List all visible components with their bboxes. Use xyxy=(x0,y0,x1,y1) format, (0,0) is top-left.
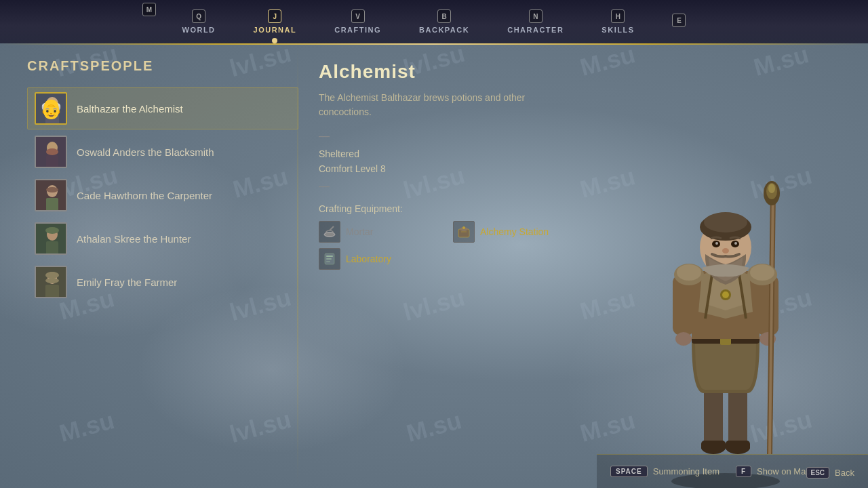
avatar-blacksmith-img xyxy=(36,137,67,168)
craftsperson-farmer-name: Emily Fray the Farmer xyxy=(77,277,177,288)
summoning-label: Summoning Item xyxy=(653,466,719,476)
world-label: WORLD xyxy=(182,26,216,34)
craftsperson-blacksmith[interactable]: Oswald Anders the Blacksmith xyxy=(27,131,298,173)
equipment-alchemy-station[interactable]: Alchemy Station xyxy=(453,221,576,243)
svg-rect-30 xyxy=(326,256,333,257)
nav-item-skills[interactable]: H H SKILLS xyxy=(583,0,653,43)
equipment-laboratory[interactable]: Laboratory xyxy=(319,248,442,270)
svg-rect-3 xyxy=(45,111,59,125)
show-map-label: Show on Map xyxy=(757,466,811,476)
world-key: Q xyxy=(192,9,205,23)
character-model xyxy=(583,45,868,488)
crafting-key: V xyxy=(351,9,365,23)
craftsperson-farmer[interactable]: Emily Fray the Farmer xyxy=(27,261,298,303)
nav-item-journal[interactable]: J J JOURNAL xyxy=(235,0,316,43)
svg-rect-31 xyxy=(326,258,332,260)
laboratory-name: Laboratory xyxy=(346,253,391,264)
nav-item-crafting[interactable]: V V CRAFTING xyxy=(315,0,400,43)
svg-rect-37 xyxy=(701,441,726,451)
nav-item-extra[interactable]: E xyxy=(653,0,705,43)
svg-point-49 xyxy=(760,332,776,346)
detail-description: The Alchemist Balthazar brews potions an… xyxy=(319,91,576,119)
svg-point-11 xyxy=(46,187,58,192)
svg-point-47 xyxy=(675,332,692,346)
equipment-mortar[interactable]: Mortar xyxy=(319,221,442,243)
m-key: M xyxy=(142,3,156,16)
svg-line-24 xyxy=(330,226,334,230)
equipment-grid: Mortar Alchemy Station xyxy=(319,221,576,270)
topbar-divider xyxy=(0,43,868,45)
svg-point-57 xyxy=(700,214,751,241)
journal-key: J xyxy=(268,9,281,23)
alchemy-station-name: Alchemy Station xyxy=(480,226,549,237)
divider-1: — xyxy=(319,130,848,142)
svg-rect-55 xyxy=(717,258,734,277)
avatar-alchemist xyxy=(35,92,67,125)
crafting-label: CRAFTING xyxy=(334,26,381,34)
svg-line-43 xyxy=(739,274,746,319)
svg-rect-40 xyxy=(692,336,760,344)
nav-item-world[interactable]: Q WORLD xyxy=(163,0,235,43)
nav-item-character[interactable]: N N CHARACTER xyxy=(488,0,583,43)
craftspeople-list: Balthazar the Alchemist Oswald Anders th… xyxy=(27,87,298,303)
divider-2: — xyxy=(319,180,848,192)
svg-point-60 xyxy=(731,241,739,247)
svg-point-38 xyxy=(726,441,750,454)
svg-rect-46 xyxy=(673,274,694,336)
svg-point-65 xyxy=(747,264,777,285)
left-panel: CRAFTSPEOPLE xyxy=(0,45,298,488)
svg-point-44 xyxy=(720,289,731,300)
mortar-name: Mortar xyxy=(346,226,373,237)
nav-item-backpack[interactable]: B B BACKPACK xyxy=(400,0,488,43)
craftsperson-hunter[interactable]: Athalan Skree the Hunter xyxy=(27,218,298,260)
svg-point-45 xyxy=(722,291,729,298)
svg-line-42 xyxy=(705,274,712,319)
esc-back-button[interactable]: ESC Back xyxy=(806,467,854,479)
craftsperson-alchemist[interactable]: Balthazar the Alchemist xyxy=(27,87,298,129)
esc-key: ESC xyxy=(806,467,830,479)
show-on-map-action[interactable]: F Show on Map xyxy=(736,466,811,477)
extra-key: E xyxy=(672,14,686,27)
skills-key: H xyxy=(611,9,625,23)
svg-point-67 xyxy=(750,264,774,281)
svg-point-66 xyxy=(677,264,701,281)
svg-point-36 xyxy=(701,441,726,454)
craftsperson-carpenter[interactable]: Cade Hawthorn the Carpenter xyxy=(27,174,298,216)
summoning-item-action[interactable]: SPACE Summoning Item xyxy=(610,466,719,477)
main-content: CRAFTSPEOPLE xyxy=(0,45,868,488)
craftsperson-hunter-name: Athalan Skree the Hunter xyxy=(77,233,191,245)
svg-rect-15 xyxy=(46,241,58,255)
space-key: SPACE xyxy=(610,466,648,477)
topbar: M Q WORLD J J JOURNAL V V CRAFTING B B B… xyxy=(0,0,868,43)
svg-point-64 xyxy=(674,264,704,285)
craftsperson-blacksmith-name: Oswald Anders the Blacksmith xyxy=(77,146,214,158)
skills-label: SKILLS xyxy=(601,26,634,34)
craftsperson-alchemist-name: Balthazar the Alchemist xyxy=(77,103,183,115)
svg-rect-32 xyxy=(326,261,330,262)
svg-point-59 xyxy=(712,241,720,247)
alchemy-station-icon xyxy=(453,221,475,243)
svg-rect-12 xyxy=(46,198,58,211)
mortar-icon xyxy=(319,221,340,243)
svg-rect-8 xyxy=(46,155,58,168)
character-key: N xyxy=(529,9,542,23)
avatar-farmer-img xyxy=(36,267,67,298)
journal-label: JOURNAL xyxy=(254,26,297,34)
svg-rect-48 xyxy=(757,274,778,336)
svg-point-61 xyxy=(715,242,718,245)
svg-point-27 xyxy=(462,226,465,229)
f-key: F xyxy=(736,466,751,477)
backpack-label: BACKPACK xyxy=(419,26,469,34)
detail-comfort: Comfort Level 8 xyxy=(319,163,848,174)
svg-line-50 xyxy=(770,190,773,454)
avatar-hunter xyxy=(35,222,67,255)
character-label: CHARACTER xyxy=(507,26,564,34)
svg-rect-35 xyxy=(728,380,747,447)
back-label: Back xyxy=(835,468,854,478)
detail-status: Sheltered xyxy=(319,148,848,159)
svg-point-4 xyxy=(47,108,57,113)
svg-point-1 xyxy=(46,97,58,110)
svg-point-19 xyxy=(45,272,59,279)
equipment-label: Crafting Equipment: xyxy=(319,203,848,214)
avatar-farmer xyxy=(35,266,67,298)
